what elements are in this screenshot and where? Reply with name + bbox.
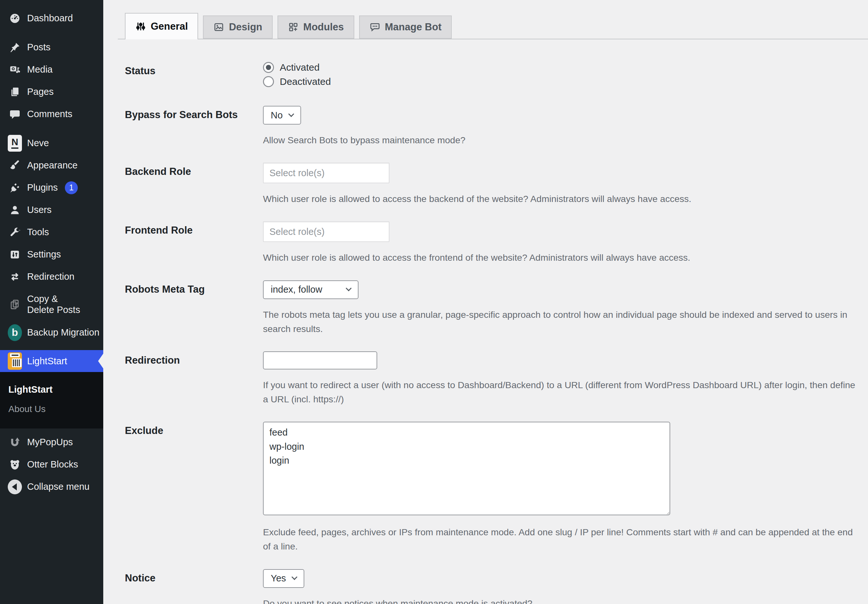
robots-help: The robots meta tag lets you use a granu… [263,308,860,336]
wordpress-admin: Dashboard Posts Media Pages [0,0,868,604]
bypass-label: Bypass for Search Bots [125,106,263,147]
frontend-role-label: Frontend Role [125,221,263,265]
sidebar-item-pages[interactable]: Pages [0,81,103,103]
submenu-item-about-us[interactable]: About Us [0,400,103,419]
sidebar-item-neve[interactable]: N Neve [0,132,103,154]
plugins-update-badge: 1 [65,181,78,194]
sidebar-item-otter-blocks[interactable]: Otter Blocks [0,453,103,475]
user-icon [8,204,22,216]
pushpin-icon [8,42,22,53]
tab-modules[interactable]: Modules [277,15,354,39]
bypass-help: Allow Search Bots to bypass maintenance … [263,133,860,147]
otter-icon [8,459,22,471]
frontend-role-help: Which user role is allowed to access the… [263,250,860,265]
backend-role-help: Which user role is allowed to access the… [263,192,860,206]
paintbrush-icon [8,160,22,171]
chevron-down-icon [288,111,294,117]
redirection-help: If you want to redirect a user (with no … [263,378,860,406]
submenu-item-lightstart[interactable]: LightStart [0,380,103,400]
status-activated-radio[interactable] [263,62,274,73]
sliders-icon [135,21,146,32]
current-menu-arrow [98,354,103,369]
field-exclude: Exclude feed wp-login login Exclude feed… [125,422,868,553]
field-bypass-search-bots: Bypass for Search Bots No Allow Search B… [125,106,868,147]
pages-icon [8,86,22,98]
blocks-icon [288,22,299,33]
frontend-role-input[interactable] [263,221,389,242]
chat-icon [369,22,380,33]
sidebar-item-users[interactable]: Users [0,199,103,221]
notice-label: Notice [125,569,263,604]
field-status: Status Activated Deactivated [125,62,868,90]
robots-select[interactable]: index, follow [263,280,358,299]
plug-icon [8,182,22,194]
chevron-down-icon [346,285,351,291]
tab-design[interactable]: Design [203,15,272,39]
exclude-help: Exclude feed, pages, archives or IPs fro… [263,525,860,553]
sidebar-item-backup-migration[interactable]: b Backup Migration [0,321,103,344]
tab-general[interactable]: General [125,13,198,39]
field-robots-meta-tag: Robots Meta Tag index, follow The robots… [125,280,868,336]
wrench-icon [8,226,22,238]
collapse-icon [8,479,22,494]
sidebar-item-plugins[interactable]: Plugins 1 [0,177,103,199]
backend-role-input[interactable] [263,163,389,183]
sidebar-item-comments[interactable]: Comments [0,103,103,125]
field-redirection: Redirection If you want to redirect a us… [125,352,868,406]
notice-select[interactable]: Yes [263,569,304,588]
admin-menu: Dashboard Posts Media Pages [0,7,103,498]
notice-help: Do you want to see notices when maintena… [263,596,860,604]
media-icon [8,64,22,76]
sidebar-item-mypopups[interactable]: MyPopUps [0,431,103,453]
field-notice: Notice Yes Do you want to see notices wh… [125,569,868,604]
sidebar-item-redirection[interactable]: Redirection [0,266,103,288]
field-frontend-role: Frontend Role Which user role is allowed… [125,221,868,265]
sidebar-item-dashboard[interactable]: Dashboard [0,7,103,29]
sidebar-item-posts[interactable]: Posts [0,36,103,59]
lightstart-icon [8,352,22,370]
sidebar-item-appearance[interactable]: Appearance [0,154,103,177]
exclude-textarea[interactable]: feed wp-login login [263,422,670,515]
field-backend-role: Backend Role Which user role is allowed … [125,163,868,206]
admin-sidebar: Dashboard Posts Media Pages [0,0,103,604]
mypopups-icon [8,437,22,448]
settings-tabs: General Design Modules Manage Bot [118,13,868,39]
copy-delete-icon [8,299,22,310]
lightstart-submenu: LightStart About Us [0,372,103,429]
sidebar-item-lightstart[interactable]: LightStart [0,350,103,372]
status-activated-option[interactable]: Activated [263,62,868,73]
general-settings-form: Status Activated Deactivated Bypass for … [118,39,868,604]
neve-icon: N [8,135,22,152]
redirection-icon [8,271,22,283]
backup-migration-icon: b [8,324,22,341]
status-deactivated-radio[interactable] [263,76,274,87]
status-label: Status [125,62,263,90]
sidebar-item-copy-delete-posts[interactable]: Copy & Delete Posts [0,288,103,321]
sidebar-item-collapse-menu[interactable]: Collapse menu [0,475,103,498]
settings-icon [8,249,22,260]
redirection-label: Redirection [125,352,263,406]
comments-icon [8,108,22,120]
robots-label: Robots Meta Tag [125,280,263,336]
settings-page: General Design Modules Manage Bot Status [103,0,868,604]
status-deactivated-option[interactable]: Deactivated [263,76,868,87]
sidebar-item-tools[interactable]: Tools [0,221,103,243]
tab-manage-bot[interactable]: Manage Bot [359,15,452,39]
backend-role-label: Backend Role [125,163,263,206]
redirection-input[interactable] [263,352,377,369]
bypass-select[interactable]: No [263,106,301,125]
chevron-down-icon [292,574,298,580]
exclude-label: Exclude [125,422,263,553]
image-icon [213,22,224,33]
sidebar-item-settings[interactable]: Settings [0,243,103,266]
sidebar-item-media[interactable]: Media [0,59,103,81]
dashboard-icon [8,12,22,24]
